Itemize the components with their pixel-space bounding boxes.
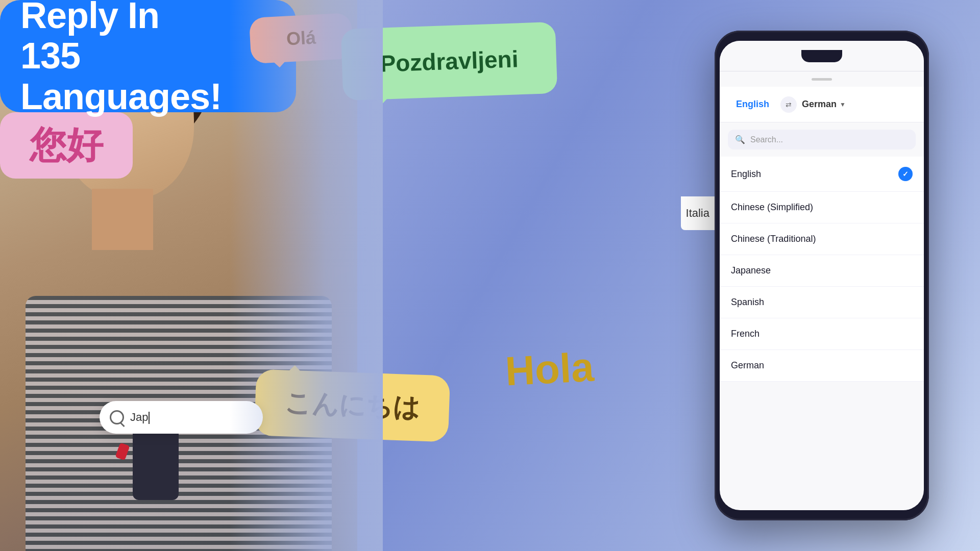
chevron-down-icon: ▼	[840, 101, 846, 108]
language-name: Spanish	[731, 297, 764, 308]
phone-device: English ⇄ German ▼ 🔍 Search... English ✓	[715, 31, 929, 520]
bubble-pozdravljeni-text: Pozdravljeni	[380, 45, 519, 77]
list-item[interactable]: English ✓	[720, 157, 924, 192]
headline-bubble: Reply In 135 Languages!	[0, 0, 296, 112]
search-value: Jap	[130, 411, 148, 423]
language-search-bar[interactable]: 🔍 Search...	[728, 130, 916, 149]
list-item[interactable]: French	[720, 318, 924, 350]
translation-header: English ⇄ German ▼	[720, 87, 924, 122]
headline-line1: Reply In	[20, 0, 159, 36]
swap-languages-button[interactable]: ⇄	[780, 96, 797, 113]
bubble-ola: Olá	[249, 13, 353, 64]
bubble-japanese: こんにちは	[254, 369, 450, 442]
source-language-button[interactable]: English	[730, 95, 775, 114]
text-cursor	[149, 412, 150, 424]
phone-search-placeholder: Search...	[750, 135, 783, 144]
bubble-nihao: 您好	[0, 112, 133, 179]
bubble-pozdravljeni: Pozdravljeni	[341, 22, 558, 101]
swap-icon: ⇄	[786, 101, 792, 109]
target-language-dropdown[interactable]: German ▼	[802, 99, 846, 110]
phone-topbar	[720, 41, 924, 71]
selected-checkmark: ✓	[898, 167, 913, 181]
italian-partial-text: Italia	[681, 196, 715, 230]
hola-text: Hola	[504, 344, 595, 395]
bubble-ola-text: Olá	[286, 27, 316, 50]
search-bar[interactable]: Jap	[100, 401, 263, 434]
search-input-text: Jap	[130, 411, 150, 424]
language-list: English ✓ Chinese (Simplified) Chinese (…	[720, 157, 924, 382]
phone-search-icon: 🔍	[735, 135, 745, 144]
list-item[interactable]: Spanish	[720, 287, 924, 318]
phone-notch	[801, 50, 842, 62]
target-lang-label: German	[802, 99, 837, 110]
bubble-japanese-text: こんにちは	[284, 385, 420, 425]
phone-screen: English ⇄ German ▼ 🔍 Search... English ✓	[720, 41, 924, 510]
language-name: German	[731, 360, 764, 371]
drag-handle	[812, 78, 832, 81]
language-name: Japanese	[731, 265, 771, 276]
language-name: English	[731, 169, 761, 180]
language-name: French	[731, 329, 760, 339]
language-name: Chinese (Traditional)	[731, 234, 816, 244]
bubble-nihao-text: 您好	[30, 121, 103, 170]
language-name: Chinese (Simplified)	[731, 202, 813, 213]
list-item[interactable]: Chinese (Simplified)	[720, 192, 924, 223]
search-icon	[110, 410, 124, 424]
list-item[interactable]: Japanese	[720, 255, 924, 287]
list-item[interactable]: German	[720, 350, 924, 382]
content-layer: Olá Pozdravljeni Reply In 135 Languages!…	[0, 0, 980, 551]
headline-line2: 135 Languages!	[20, 36, 276, 116]
list-item[interactable]: Chinese (Traditional)	[720, 223, 924, 255]
